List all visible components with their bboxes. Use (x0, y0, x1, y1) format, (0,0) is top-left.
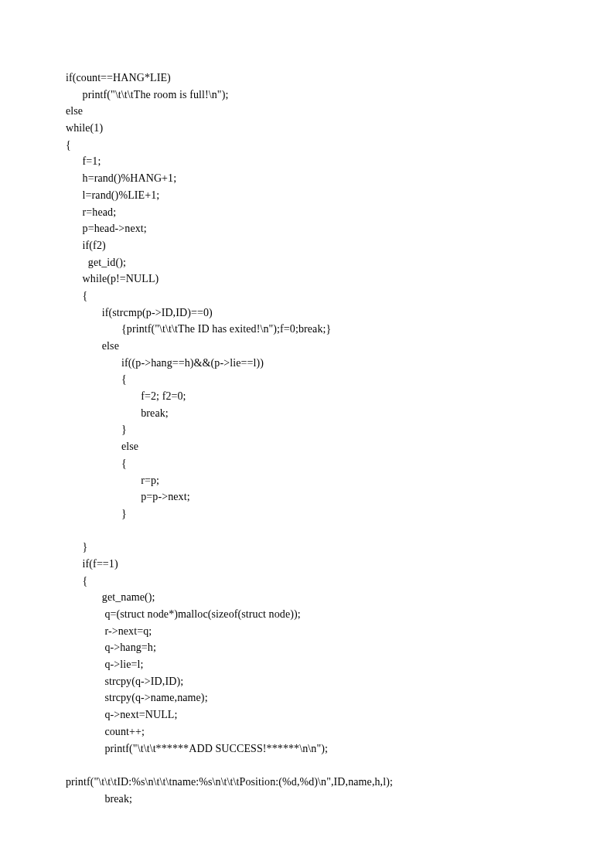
document-page: if(count==HANG*LIE) printf("\t\t\tThe ro… (0, 0, 614, 853)
code-block: if(count==HANG*LIE) printf("\t\t\tThe ro… (66, 70, 548, 807)
